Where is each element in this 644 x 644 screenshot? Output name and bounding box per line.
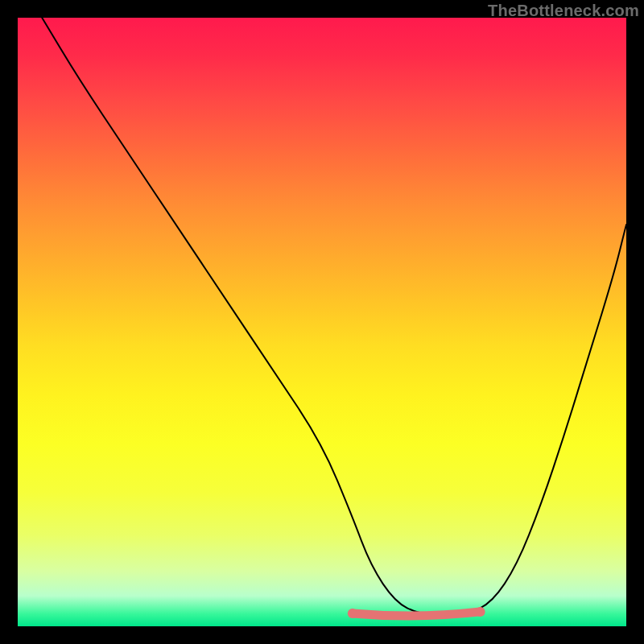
curve-svg <box>18 18 626 626</box>
highlight-dot-icon <box>476 607 485 617</box>
chart-frame: TheBottleneck.com <box>0 0 644 644</box>
watermark-text: TheBottleneck.com <box>488 2 639 20</box>
highlight-segment <box>353 612 481 616</box>
chart-plot-area <box>18 18 626 626</box>
bottleneck-curve <box>42 18 626 614</box>
highlight-dot-icon <box>348 609 357 618</box>
